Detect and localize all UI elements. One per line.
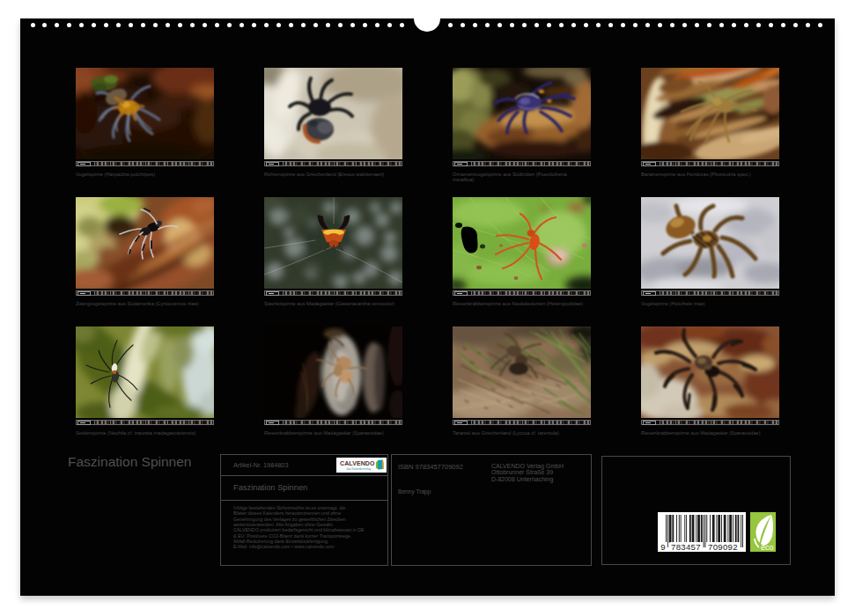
svg-text:eco: eco bbox=[761, 543, 774, 552]
